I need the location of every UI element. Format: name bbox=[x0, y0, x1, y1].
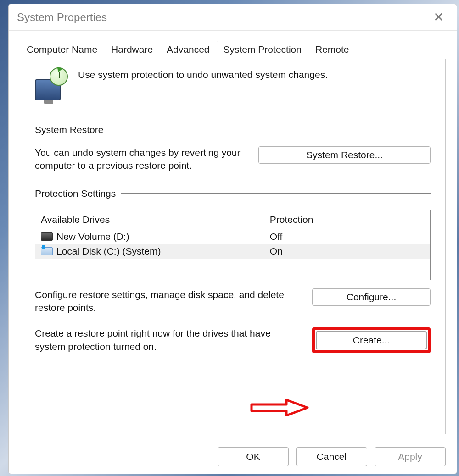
intro-row: Use system protection to undo unwanted s… bbox=[35, 66, 431, 109]
divider bbox=[121, 193, 431, 194]
dialog-button-row: OK Cancel Apply bbox=[9, 441, 457, 474]
titlebar: System Properties ✕ bbox=[9, 4, 457, 31]
ok-button[interactable]: OK bbox=[218, 447, 289, 466]
arrow-annotation-icon bbox=[250, 399, 309, 416]
drive-icon bbox=[41, 247, 53, 255]
window-title: System Properties bbox=[17, 11, 429, 24]
drive-name: New Volume (D:) bbox=[56, 231, 129, 242]
tab-system-protection[interactable]: System Protection bbox=[217, 41, 308, 59]
cancel-button[interactable]: Cancel bbox=[296, 447, 367, 466]
table-row[interactable]: Local Disk (C:) (System) On bbox=[35, 244, 430, 259]
protection-settings-heading: Protection Settings bbox=[35, 188, 116, 199]
intro-text: Use system protection to undo unwanted s… bbox=[78, 67, 328, 80]
tab-panel-system-protection: Use system protection to undo unwanted s… bbox=[20, 59, 446, 434]
system-restore-desc: You can undo system changes by reverting… bbox=[35, 146, 246, 172]
drives-header: Available Drives Protection bbox=[35, 210, 430, 229]
apply-button[interactable]: Apply bbox=[375, 447, 446, 466]
content-area: Computer Name Hardware Advanced System P… bbox=[9, 31, 457, 441]
section-protection-settings: Protection Settings Available Drives Pro… bbox=[35, 188, 431, 353]
drive-icon bbox=[41, 232, 53, 241]
close-icon[interactable]: ✕ bbox=[429, 8, 448, 27]
create-desc: Create a restore point right now for the… bbox=[35, 327, 299, 353]
system-restore-icon bbox=[35, 67, 68, 100]
tab-remote[interactable]: Remote bbox=[308, 41, 356, 59]
drives-table: Available Drives Protection New Volume (… bbox=[35, 210, 431, 280]
table-row[interactable]: New Volume (D:) Off bbox=[35, 229, 430, 244]
drives-body: New Volume (D:) Off Local Disk (C:) (Sys… bbox=[35, 229, 430, 280]
drive-status: On bbox=[264, 244, 430, 259]
tab-advanced[interactable]: Advanced bbox=[160, 41, 216, 59]
col-protection[interactable]: Protection bbox=[264, 210, 430, 229]
create-highlight-annotation: Create... bbox=[312, 327, 431, 353]
drive-status: Off bbox=[264, 229, 430, 244]
tab-hardware[interactable]: Hardware bbox=[104, 41, 160, 59]
configure-button[interactable]: Configure... bbox=[312, 288, 431, 306]
tab-bar: Computer Name Hardware Advanced System P… bbox=[20, 41, 446, 59]
tab-computer-name[interactable]: Computer Name bbox=[20, 41, 104, 59]
configure-desc: Configure restore settings, manage disk … bbox=[35, 288, 299, 315]
system-restore-heading: System Restore bbox=[35, 124, 103, 135]
col-available-drives[interactable]: Available Drives bbox=[35, 210, 264, 229]
section-system-restore: System Restore You can undo system chang… bbox=[35, 124, 431, 172]
system-properties-window: System Properties ✕ Computer Name Hardwa… bbox=[8, 4, 457, 474]
system-restore-button[interactable]: System Restore... bbox=[258, 146, 431, 164]
create-button[interactable]: Create... bbox=[316, 331, 427, 349]
divider bbox=[109, 130, 431, 130]
drive-name: Local Disk (C:) (System) bbox=[56, 246, 161, 257]
